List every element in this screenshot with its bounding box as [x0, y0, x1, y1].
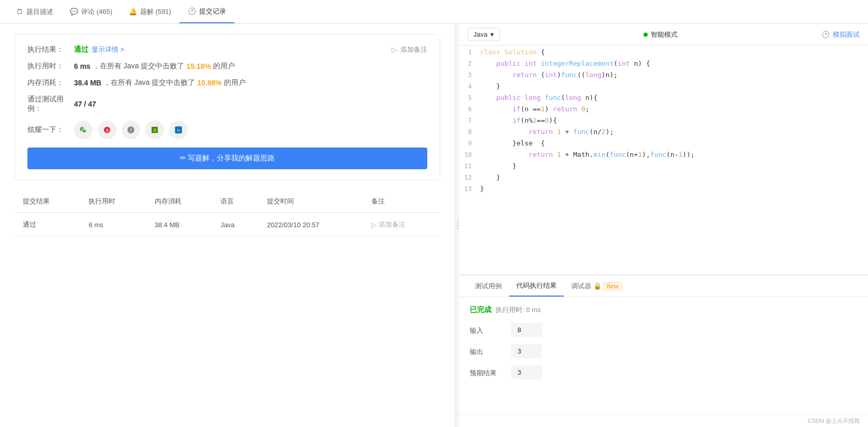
row-lang: Java: [212, 213, 259, 237]
code-line-13: 13}: [459, 184, 868, 196]
test-cases-row: 通过测试用例： 47 / 47: [27, 95, 427, 113]
smart-mode-toggle[interactable]: 智能模式: [643, 30, 678, 39]
add-note-label-row: 添加备注: [379, 220, 406, 229]
share-row: 炫耀一下： 微 豆 in: [27, 121, 427, 139]
memory-highlight: 10.88%: [197, 79, 221, 87]
pass-status: 通过: [74, 45, 88, 54]
line-number-13: 13: [459, 184, 480, 193]
show-detail-link[interactable]: 显示详情 >: [92, 45, 124, 54]
line-code-8: return 1 + func(n/2);: [480, 127, 868, 136]
code-editor[interactable]: 1class Solution {2 public int integerRep…: [459, 46, 868, 274]
svg-text:豆: 豆: [153, 128, 157, 132]
share-icons: 微 豆 in: [74, 121, 188, 139]
time-label: 执行用时：: [27, 62, 74, 71]
col-time: 执行用时: [80, 190, 146, 213]
row-note[interactable]: ▷ 添加备注: [363, 213, 440, 237]
tab-submissions[interactable]: 🕐 提交记录: [179, 0, 234, 23]
line-number-9: 9: [459, 139, 480, 147]
add-note-icon-row: ▷: [371, 221, 377, 229]
write-solution-btn[interactable]: ✏ 写题解，分享我的解题思路: [27, 148, 427, 169]
mock-interview-btn[interactable]: 🕐 模拟面试: [821, 30, 860, 39]
memory-suffix-2: 的用户: [224, 78, 246, 87]
col-submitted: 提交时间: [259, 190, 363, 213]
test-panel: 测试用例 代码执行结果 调试器 🔒 Beta 已完成 执行用时: 0 ms 输入: [459, 275, 868, 415]
execution-result-label: 执行结果：: [27, 45, 74, 54]
line-number-12: 12: [459, 173, 480, 181]
line-code-1: class Solution {: [480, 48, 868, 56]
tab-code-result[interactable]: 代码执行结果: [509, 275, 564, 297]
col-result: 提交结果: [14, 190, 80, 213]
add-note-icon: ▷: [392, 46, 397, 54]
smart-mode-label: 智能模式: [651, 30, 678, 39]
table-header-row: 提交结果 执行用时 内存消耗 语言 提交时间 备注: [14, 190, 440, 213]
drag-handle[interactable]: [455, 24, 459, 427]
code-line-9: 9 }else {: [459, 139, 868, 150]
douban-share-icon[interactable]: 豆: [145, 121, 164, 139]
line-number-8: 8: [459, 127, 480, 136]
language-selector[interactable]: Java ▾: [468, 28, 500, 41]
line-number-11: 11: [459, 161, 480, 170]
code-line-5: 5 public long func(long n){: [459, 93, 868, 105]
line-number-10: 10: [459, 150, 480, 158]
expected-label: 预期结果: [470, 365, 511, 378]
memory-value: 38.4 MB: [74, 79, 101, 87]
output-row: 输出 3: [470, 344, 858, 358]
test-label: 通过测试用例：: [27, 95, 74, 113]
weibo-share-icon[interactable]: 微: [98, 121, 116, 139]
code-line-8: 8 return 1 + func(n/2);: [459, 127, 868, 139]
line-code-11: }: [480, 161, 868, 170]
submissions-table: 提交结果 执行用时 内存消耗 语言 提交时间 备注 通过 6 ms 38.4 M…: [14, 190, 440, 237]
tab-bar: 🗒 题目描述 💬 评论 (465) 🔔 题解 (591) 🕐 提交记录: [0, 0, 868, 24]
table-row: 通过 6 ms 38.4 MB Java 2022/03/10 20:57 ▷ …: [14, 213, 440, 237]
code-line-3: 3 return (int)func((long)n);: [459, 70, 868, 82]
test-value: 47 / 47: [74, 100, 96, 108]
time-highlight: 15.18%: [186, 62, 211, 70]
svg-text:in: in: [177, 128, 179, 132]
clock-icon: 🕐: [821, 31, 830, 38]
time-value: 6 ms: [74, 62, 91, 70]
input-label: 输入: [470, 323, 511, 335]
code-line-6: 6 if(n ==1) return 0;: [459, 105, 868, 116]
code-toolbar: Java ▾ 智能模式 🕐 模拟面试: [459, 24, 868, 46]
memory-suffix-1: ，在所有 Java 提交中击败了: [103, 78, 195, 87]
share-label: 炫耀一下：: [27, 125, 74, 135]
svg-text:微: 微: [106, 128, 109, 132]
wechat-share-icon[interactable]: [74, 121, 93, 139]
line-code-13: }: [480, 184, 868, 193]
tab-test-case[interactable]: 测试用例: [468, 275, 509, 297]
tab-comments[interactable]: 💬 评论 (465): [62, 0, 121, 23]
tab-description[interactable]: 🗒 题目描述: [8, 0, 62, 23]
line-code-7: if(n%2==0){: [480, 116, 868, 125]
line-code-2: public int integerReplacement(int n) {: [480, 59, 868, 68]
col-memory: 内存消耗: [146, 190, 212, 213]
status-done: 已完成: [470, 305, 491, 315]
memory-row: 内存消耗： 38.4 MB ，在所有 Java 提交中击败了 10.88% 的用…: [27, 78, 427, 87]
output-value: 3: [511, 344, 542, 358]
execution-time-row: 执行用时： 6 ms ，在所有 Java 提交中击败了 15.18% 的用户: [27, 62, 427, 71]
smart-mode-indicator: [643, 33, 648, 37]
memory-label: 内存消耗：: [27, 78, 74, 87]
time-suffix-1: ，在所有 Java 提交中击败了: [93, 62, 184, 71]
beta-badge: Beta: [604, 282, 622, 290]
row-result[interactable]: 通过: [14, 213, 80, 237]
line-code-3: return (int)func((long)n);: [480, 70, 868, 79]
linkedin-share-icon[interactable]: in: [169, 121, 188, 139]
left-panel: 执行结果： 通过 显示详情 > ▷ 添加备注 执行用时： 6 ms ，在所有 J…: [0, 24, 455, 427]
line-number-1: 1: [459, 48, 480, 56]
add-note-text[interactable]: 添加备注: [400, 45, 427, 54]
col-lang: 语言: [212, 190, 259, 213]
code-line-12: 12 }: [459, 173, 868, 184]
tab-solutions[interactable]: 🔔 题解 (591): [121, 0, 179, 23]
tab-debugger[interactable]: 调试器 🔒 Beta: [564, 275, 629, 297]
test-status-row: 已完成 执行用时: 0 ms: [470, 305, 858, 315]
code-line-11: 11 }: [459, 161, 868, 173]
output-label: 输出: [470, 344, 511, 357]
mock-interview-label: 模拟面试: [833, 30, 860, 39]
lock-icon: 🔒: [593, 282, 602, 290]
row-memory: 38.4 MB: [146, 213, 212, 237]
lang-label: Java: [473, 31, 487, 38]
notification-share-icon[interactable]: [122, 121, 140, 139]
row-submitted: 2022/03/10 20:57: [259, 213, 363, 237]
description-icon: 🗒: [17, 8, 23, 16]
line-code-12: }: [480, 173, 868, 182]
